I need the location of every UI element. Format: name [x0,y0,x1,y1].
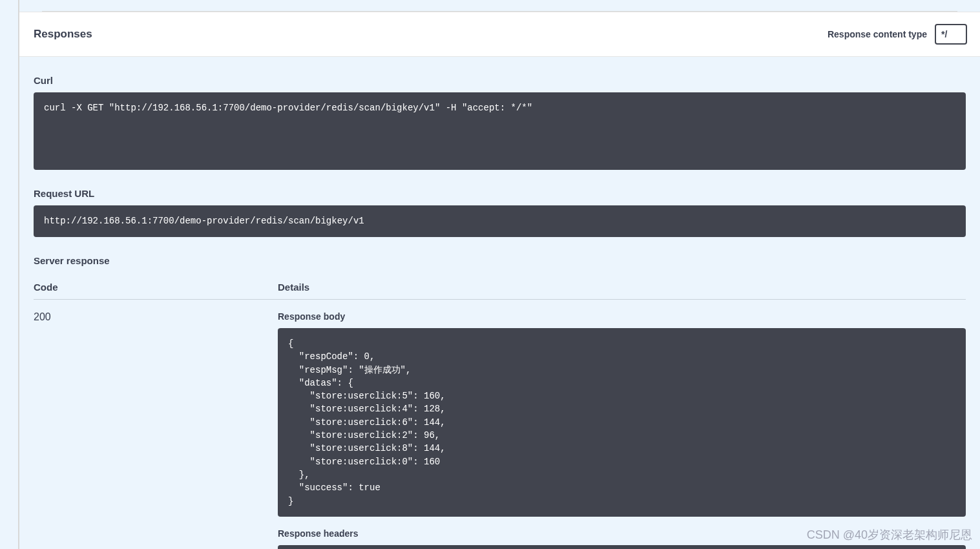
top-divider [42,0,957,12]
curl-command-block[interactable]: curl -X GET "http://192.168.56.1:7700/de… [34,92,966,170]
request-url-section: Request URL http://192.168.56.1:7700/dem… [19,188,980,237]
status-code-cell: 200 [34,311,278,549]
responses-header-bar: Responses Response content type */ [19,12,980,57]
curl-label: Curl [34,75,966,86]
table-header-row: Code Details [34,282,966,300]
details-cell: Response body { "respCode": 0, "respMsg"… [278,311,966,549]
server-response-section: Server response [19,255,980,266]
responses-title: Responses [34,28,92,41]
code-column-header: Code [34,282,278,293]
content-type-select[interactable]: */ [935,24,967,45]
details-column-header: Details [278,282,309,293]
table-row: 200 Response body { "respCode": 0, "resp… [34,311,966,549]
content-type-wrap: Response content type */ [828,24,967,45]
response-headers-label: Response headers [278,528,966,539]
left-border [18,0,19,549]
main-content: Responses Response content type */ Curl … [19,0,980,549]
content-type-label: Response content type [828,29,927,39]
response-table: Code Details 200 Response body { "respCo… [19,282,980,549]
request-url-block[interactable]: http://192.168.56.1:7700/demo-provider/r… [34,205,966,237]
response-body-block[interactable]: { "respCode": 0, "respMsg": "操作成功", "dat… [278,328,966,517]
response-headers-block[interactable] [278,545,966,549]
server-response-label: Server response [34,255,966,266]
response-body-label: Response body [278,311,966,322]
curl-section: Curl curl -X GET "http://192.168.56.1:77… [19,75,980,170]
request-url-label: Request URL [34,188,966,199]
